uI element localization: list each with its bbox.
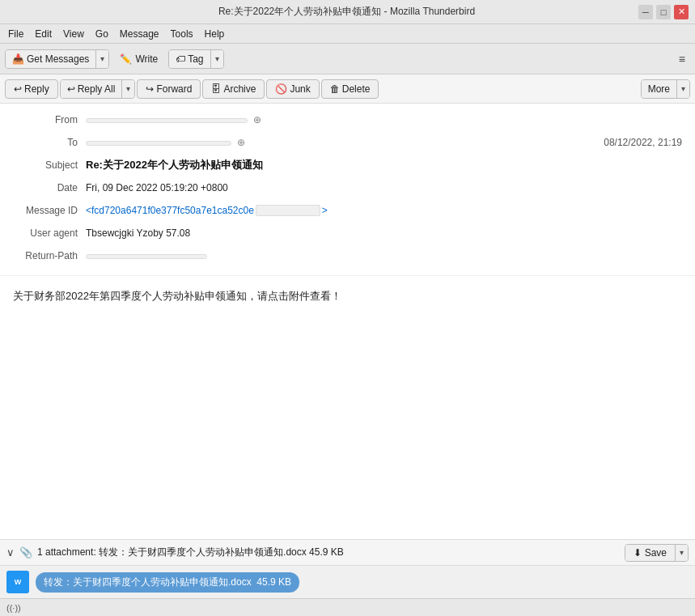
- subject-label: Subject: [13, 159, 86, 171]
- returnpath-row: Return-Path: [13, 246, 682, 266]
- delete-button[interactable]: 🗑 Delete: [321, 79, 379, 99]
- get-messages-button[interactable]: 📥 Get Messages: [6, 50, 95, 68]
- save-split: ⬇ Save ▾: [625, 544, 689, 562]
- email-datetime: 08/12/2022, 21:19: [604, 137, 682, 148]
- menu-bar: File Edit View Go Message Tools Help: [0, 24, 695, 44]
- email-header: From ⊕ To ⊕ 08/12/2022, 21:19 Subject Re…: [0, 104, 695, 276]
- useragent-label: User agent: [13, 227, 86, 239]
- menu-go[interactable]: Go: [91, 27, 113, 41]
- tag-split: 🏷 Tag ▾: [168, 49, 223, 69]
- menu-message[interactable]: Message: [115, 27, 164, 41]
- save-icon: ⬇: [634, 547, 642, 559]
- menu-file[interactable]: File: [3, 27, 28, 41]
- junk-button[interactable]: 🚫 Junk: [266, 79, 319, 99]
- write-icon: ✏️: [120, 53, 132, 65]
- menu-help[interactable]: Help: [200, 27, 230, 41]
- reply-button[interactable]: ↩ Reply: [5, 79, 58, 99]
- email-container: From ⊕ To ⊕ 08/12/2022, 21:19 Subject Re…: [0, 104, 695, 598]
- action-bar: ↩ Reply ↩ Reply All ▾ ↪ Forward 🗄 Archiv…: [0, 74, 695, 104]
- tag-button[interactable]: 🏷 Tag: [169, 50, 210, 68]
- trash-icon: 🗑: [330, 83, 340, 95]
- messageid-row: Message ID <fcd720a6471f0e377fc50a7e1ca5…: [13, 201, 682, 220]
- reply-all-arrow[interactable]: ▾: [121, 80, 134, 98]
- returnpath-label: Return-Path: [13, 250, 86, 261]
- reply-all-split: ↩ Reply All ▾: [60, 79, 136, 99]
- window-title: Re:关于2022年个人劳动补贴申领通知 - Mozilla Thunderbi…: [55, 5, 638, 19]
- returnpath-value: [86, 254, 207, 259]
- audio-indicator: ((·)): [6, 603, 21, 613]
- window-controls: ─ □ ✕: [638, 5, 689, 19]
- date-row: Date Fri, 09 Dec 2022 05:19:20 +0800: [13, 178, 682, 198]
- to-contact-icon: ⊕: [237, 137, 245, 148]
- minimize-button[interactable]: ─: [638, 5, 653, 19]
- title-bar: Re:关于2022年个人劳动补贴申领通知 - Mozilla Thunderbi…: [0, 0, 695, 24]
- to-row: To ⊕ 08/12/2022, 21:19: [13, 133, 682, 152]
- more-split: More ▾: [641, 79, 690, 99]
- contact-icon: ⊕: [253, 114, 261, 125]
- messageid-label: Message ID: [13, 205, 86, 216]
- reply-icon: ↩: [14, 83, 22, 95]
- email-body: 关于财务部2022年第四季度个人劳动补贴申领通知，请点击附件查看！: [0, 276, 695, 539]
- date-label: Date: [13, 182, 86, 193]
- get-messages-split: 📥 Get Messages ▾: [5, 49, 109, 69]
- maximize-button[interactable]: □: [656, 5, 671, 19]
- status-bar: ((·)): [0, 598, 695, 616]
- save-arrow[interactable]: ▾: [675, 545, 688, 561]
- hamburger-menu[interactable]: ≡: [674, 49, 690, 69]
- reply-all-icon: ↩: [67, 83, 75, 95]
- more-button[interactable]: More: [642, 80, 676, 98]
- junk-icon: 🚫: [275, 83, 287, 95]
- forward-icon: ↪: [146, 83, 154, 95]
- reply-all-button[interactable]: ↩ Reply All: [61, 80, 122, 98]
- from-row: From ⊕: [13, 110, 682, 130]
- file-name-badge[interactable]: 转发：关于财四季度个人劳动补贴申领通知.docx 45.9 KB: [36, 572, 299, 593]
- attachment-bar: ∨ 📎 1 attachment: 转发：关于财四季度个人劳动补贴申领通知.do…: [0, 539, 695, 565]
- forward-button[interactable]: ↪ Forward: [137, 79, 201, 99]
- attachment-toggle[interactable]: ∨: [6, 546, 15, 559]
- messageid-link[interactable]: <fcd720a6471f0e377fc50a7e1ca52c0e>: [86, 205, 328, 216]
- menu-view[interactable]: View: [58, 27, 89, 41]
- tag-icon: 🏷: [176, 53, 185, 65]
- from-value: [86, 118, 248, 123]
- more-arrow[interactable]: ▾: [676, 80, 689, 98]
- subject-value: Re:关于2022年个人劳动补贴申领通知: [86, 159, 263, 171]
- get-messages-arrow[interactable]: ▾: [95, 50, 108, 68]
- write-button[interactable]: ✏️ Write: [112, 49, 165, 69]
- inbox-icon: 📥: [12, 53, 24, 65]
- attachment-file-row: W 转发：关于财四季度个人劳动补贴申领通知.docx 45.9 KB: [0, 565, 695, 598]
- date-value: Fri, 09 Dec 2022 05:19:20 +0800: [86, 182, 682, 193]
- to-value: [86, 141, 231, 146]
- paperclip-icon: 📎: [19, 546, 32, 559]
- body-text: 关于财务部2022年第四季度个人劳动补贴申领通知，请点击附件查看！: [13, 289, 682, 304]
- to-label: To: [13, 137, 86, 148]
- archive-icon: 🗄: [211, 83, 221, 95]
- archive-button[interactable]: 🗄 Archive: [202, 79, 265, 99]
- menu-edit[interactable]: Edit: [30, 27, 57, 41]
- tag-arrow[interactable]: ▾: [210, 50, 223, 68]
- useragent-value: Tbsewcjgki Yzoby 57.08: [86, 227, 682, 239]
- useragent-row: User agent Tbsewcjgki Yzoby 57.08: [13, 223, 682, 243]
- file-type-icon: W: [6, 571, 29, 593]
- main-toolbar: 📥 Get Messages ▾ ✏️ Write 🏷 Tag ▾ ≡: [0, 44, 695, 74]
- from-label: From: [13, 114, 86, 125]
- close-button[interactable]: ✕: [674, 5, 689, 19]
- subject-row: Subject Re:关于2022年个人劳动补贴申领通知: [13, 155, 682, 175]
- attachment-count-label: 1 attachment: 转发：关于财四季度个人劳动补贴申领通知.docx 4…: [37, 546, 344, 559]
- menu-tools[interactable]: Tools: [166, 27, 198, 41]
- save-button[interactable]: ⬇ Save: [625, 545, 675, 561]
